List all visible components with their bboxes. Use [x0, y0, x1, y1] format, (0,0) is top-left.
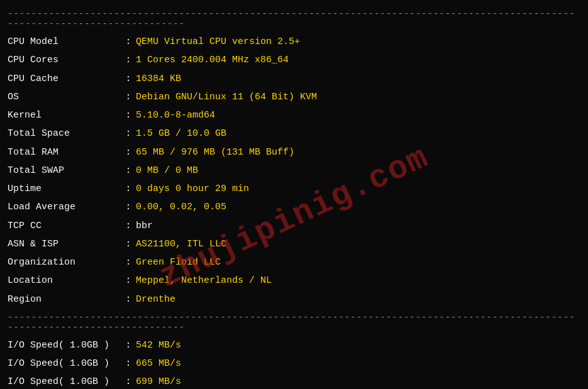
row-value: 16384 KB	[136, 70, 580, 88]
row-label: Total SWAP	[8, 162, 121, 180]
row-label: I/O Speed( 1.0GB )	[8, 336, 121, 354]
row-colon: :	[121, 373, 136, 389]
row-value: 1 Cores 2400.004 MHz x86_64	[136, 51, 580, 69]
row-value: 65 MB / 976 MB (131 MB Buff)	[136, 143, 580, 162]
row-colon: :	[121, 336, 136, 354]
row-label: I/O Speed( 1.0GB )	[8, 373, 121, 389]
row-value: 1.5 GB / 10.0 GB	[136, 124, 580, 143]
io-info-table: I/O Speed( 1.0GB ):542 MB/sI/O Speed( 1.…	[8, 336, 580, 389]
table-row: CPU Cache:16384 KB	[8, 70, 580, 88]
system-info-section: CPU Model:QEMU Virtual CPU version 2.5+C…	[8, 33, 580, 309]
system-info-table: CPU Model:QEMU Virtual CPU version 2.5+C…	[8, 33, 580, 309]
row-label: Uptime	[8, 180, 121, 198]
row-label: Total Space	[8, 124, 121, 143]
row-label: TCP CC	[8, 217, 121, 235]
row-label: CPU Cores	[8, 51, 121, 69]
row-label: Organization	[8, 253, 121, 271]
table-row: Total Space:1.5 GB / 10.0 GB	[8, 124, 580, 143]
table-row: TCP CC:bbr	[8, 217, 580, 235]
row-value: AS21100, ITL LLC	[136, 235, 580, 253]
row-value: 0.00, 0.02, 0.05	[136, 198, 580, 216]
row-value: Debian GNU/Linux 11 (64 Bit) KVM	[136, 88, 580, 106]
row-colon: :	[121, 354, 136, 373]
row-label: Kernel	[8, 106, 121, 124]
table-row: I/O Speed( 1.0GB ):665 MB/s	[8, 354, 580, 373]
row-label: Total RAM	[8, 143, 121, 162]
table-row: Location:Meppel, Netherlands / NL	[8, 271, 580, 290]
table-row: ASN & ISP:AS21100, ITL LLC	[8, 235, 580, 253]
row-value: 665 MB/s	[136, 354, 580, 373]
row-value: 699 MB/s	[136, 373, 580, 389]
row-colon: :	[121, 198, 136, 216]
table-row: I/O Speed( 1.0GB ):542 MB/s	[8, 336, 580, 354]
row-colon: :	[121, 253, 136, 271]
row-label: Location	[8, 271, 121, 290]
table-row: CPU Model:QEMU Virtual CPU version 2.5+	[8, 33, 580, 51]
table-row: OS:Debian GNU/Linux 11 (64 Bit) KVM	[8, 88, 580, 106]
table-row: Organization:Green Floid LLC	[8, 253, 580, 271]
top-divider: ----------------------------------------…	[8, 9, 580, 29]
table-row: Region:Drenthe	[8, 290, 580, 309]
row-colon: :	[121, 106, 136, 124]
table-row: Kernel:5.10.0-8-amd64	[8, 106, 580, 124]
table-row: Uptime:0 days 0 hour 29 min	[8, 180, 580, 198]
table-row: I/O Speed( 1.0GB ):699 MB/s	[8, 373, 580, 389]
row-value: bbr	[136, 217, 580, 235]
io-info-section: I/O Speed( 1.0GB ):542 MB/sI/O Speed( 1.…	[8, 336, 580, 389]
row-label: ASN & ISP	[8, 235, 121, 253]
row-label: CPU Cache	[8, 70, 121, 88]
row-value: 5.10.0-8-amd64	[136, 106, 580, 124]
row-colon: :	[121, 88, 136, 106]
row-colon: :	[121, 217, 136, 235]
table-row: Total RAM:65 MB / 976 MB (131 MB Buff)	[8, 143, 580, 162]
row-value: 0 days 0 hour 29 min	[136, 180, 580, 198]
row-value: Drenthe	[136, 290, 580, 309]
row-value: Green Floid LLC	[136, 253, 580, 271]
row-colon: :	[121, 180, 136, 198]
row-colon: :	[121, 290, 136, 309]
row-label: OS	[8, 88, 121, 106]
row-value: 0 MB / 0 MB	[136, 162, 580, 180]
row-value: Meppel, Netherlands / NL	[136, 271, 580, 290]
row-label: I/O Speed( 1.0GB )	[8, 354, 121, 373]
row-label: Region	[8, 290, 121, 309]
row-colon: :	[121, 271, 136, 290]
row-colon: :	[121, 143, 136, 162]
row-colon: :	[121, 124, 136, 143]
row-colon: :	[121, 33, 136, 51]
row-colon: :	[121, 51, 136, 69]
row-label: CPU Model	[8, 33, 121, 51]
row-value: 542 MB/s	[136, 336, 580, 354]
table-row: Load Average:0.00, 0.02, 0.05	[8, 198, 580, 216]
row-label: Load Average	[8, 198, 121, 216]
mid-divider: ----------------------------------------…	[8, 312, 580, 332]
row-colon: :	[121, 162, 136, 180]
table-row: Total SWAP:0 MB / 0 MB	[8, 162, 580, 180]
table-row: CPU Cores:1 Cores 2400.004 MHz x86_64	[8, 51, 580, 69]
row-colon: :	[121, 70, 136, 88]
row-colon: :	[121, 235, 136, 253]
row-value: QEMU Virtual CPU version 2.5+	[136, 33, 580, 51]
